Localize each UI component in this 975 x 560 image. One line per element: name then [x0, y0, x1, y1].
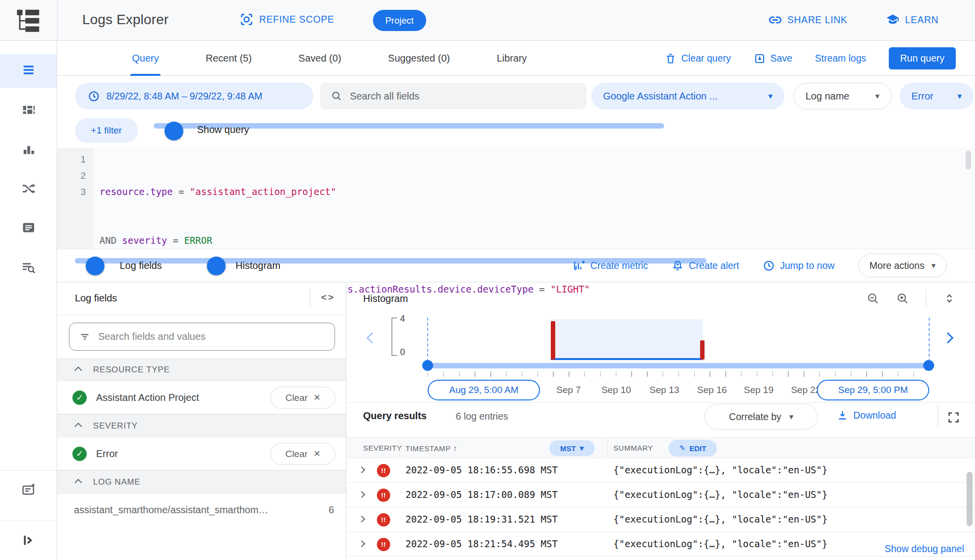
query-editor[interactable]: 1 2 3 resource.type = "assistant_action_…	[57, 148, 975, 249]
scope-icon	[240, 13, 253, 26]
zoom-in-icon[interactable]	[896, 292, 909, 305]
correlate-by-dropdown[interactable]: Correlate by ▾	[705, 404, 818, 429]
timezone-selector[interactable]: MST▾	[549, 440, 595, 456]
tab-library[interactable]: Library	[497, 41, 527, 76]
expand-chevron-icon[interactable]	[358, 540, 365, 547]
log-entry-row[interactable]: !! 2022-09-05 18:19:31.521 MST {"executi…	[346, 507, 975, 532]
log-name-row[interactable]: assistant_smarthome/assistant_smarthom… …	[57, 494, 346, 526]
log-name-count: 6	[329, 504, 334, 516]
resource-type-row[interactable]: ✓ Assistant Action Project Clear✕	[57, 382, 346, 414]
histogram-range-slider-track[interactable]	[424, 363, 934, 368]
run-query-button[interactable]: Run query	[889, 47, 956, 69]
axis-tick-label: Sep 22	[791, 385, 820, 395]
histogram-bar[interactable]	[700, 340, 705, 360]
search-all-fields-input[interactable]	[350, 91, 575, 102]
histogram-plot[interactable]	[428, 318, 929, 361]
sidebar-divider	[0, 470, 57, 471]
jump-to-now-button[interactable]: Jump to now	[763, 260, 835, 272]
tab-saved[interactable]: Saved (0)	[299, 41, 341, 76]
log-fields-toggle[interactable]	[75, 258, 102, 274]
show-debug-panel-link[interactable]: Show debug panel	[884, 543, 964, 555]
sidebar-item-logs-dashboard[interactable]	[0, 94, 57, 128]
sidebar-item-logs-router[interactable]	[0, 172, 57, 205]
sidebar-item-logs-storage[interactable]	[0, 211, 57, 244]
range-slider-handle-end[interactable]	[923, 360, 934, 371]
caret-down-icon: ▾	[957, 91, 962, 101]
section-severity[interactable]: SEVERITY	[57, 414, 346, 437]
log-timestamp: 2022-09-05 18:16:55.698 MST	[405, 464, 558, 475]
column-timestamp[interactable]: TIMESTAMP ↑	[405, 444, 457, 454]
log-entries-count: 6 log entries	[456, 411, 508, 422]
log-entry-row[interactable]: !! 2022-09-05 18:16:55.698 MST {"executi…	[346, 458, 975, 483]
section-resource-type[interactable]: RESOURCE TYPE	[57, 358, 346, 381]
vertical-scrollbar-thumb[interactable]	[967, 472, 973, 526]
section-log-name[interactable]: LOG NAME	[57, 470, 346, 494]
severity-row[interactable]: ✓ Error Clear✕	[57, 438, 346, 470]
query-tabs-bar: Query Recent (5) Saved (0) Suggested (0)…	[57, 41, 975, 76]
header-sidebar-divider	[57, 0, 58, 41]
more-actions-button[interactable]: More actions ▾	[858, 254, 947, 277]
clock-icon	[88, 90, 100, 102]
create-alert-button[interactable]: Create alert	[672, 260, 739, 272]
log-entry-row[interactable]: !! 2022-09-05 18:17:00.089 MST {"executi…	[346, 483, 975, 507]
log-entry-row[interactable]: !! 2022-09-05 18:21:54.495 MST {"executi…	[346, 532, 975, 557]
histogram-toggle[interactable]	[196, 258, 224, 274]
expand-chevron-icon[interactable]	[358, 491, 365, 498]
project-scope-badge[interactable]: Project	[373, 10, 426, 31]
stream-logs-button[interactable]: Stream logs	[815, 53, 866, 64]
range-start-pill[interactable]: Aug 29, 5:00 AM	[428, 380, 540, 400]
editor-line-numbers: 1 2 3	[57, 148, 94, 249]
log-fields-header: Log fields <>	[57, 282, 346, 315]
histogram-prev-chevron[interactable]	[367, 332, 378, 344]
share-link-button[interactable]: SHARE LINK	[769, 13, 847, 27]
code-line-2: AND severity = ERROR	[100, 232, 960, 249]
histogram-highlight-region	[551, 319, 702, 360]
refine-scope-button[interactable]: REFINE SCOPE	[240, 13, 334, 26]
severity-filter-dropdown[interactable]: Error▾	[900, 83, 974, 109]
show-query-toggle[interactable]	[154, 123, 181, 139]
query-actions: Clear query Save Stream logs Run query	[665, 41, 956, 76]
log-fields-search-input[interactable]	[98, 331, 325, 342]
fullscreen-icon[interactable]	[947, 411, 960, 424]
axis-tick-label: Sep 7	[556, 385, 581, 395]
expand-chevron-icon[interactable]	[358, 516, 365, 523]
log-timestamp: 2022-09-05 18:21:54.495 MST	[405, 538, 558, 549]
sidebar-item-logs-explorer[interactable]	[0, 54, 57, 88]
code-view-icon[interactable]: <>	[321, 292, 335, 303]
tab-recent[interactable]: Recent (5)	[205, 41, 251, 76]
histogram-bar[interactable]	[551, 321, 555, 360]
save-button[interactable]: Save	[754, 53, 792, 65]
query-results-title: Query results	[363, 410, 427, 422]
collapse-panel-icon	[22, 533, 35, 547]
expand-vertical-icon[interactable]	[943, 292, 956, 305]
clear-severity-button[interactable]: Clear✕	[270, 443, 336, 465]
resource-type-value: Assistant Action Project	[96, 392, 199, 403]
tab-suggested[interactable]: Suggested (0)	[388, 41, 450, 76]
range-end-pill[interactable]: Sep 29, 5:00 PM	[817, 380, 929, 400]
sidebar-collapse-panel-button[interactable]	[0, 524, 57, 557]
more-filters-chip[interactable]: +1 filter	[75, 118, 138, 143]
edit-summary-button[interactable]: ✎EDIT	[669, 440, 717, 457]
sidebar-item-release-notes[interactable]	[0, 473, 57, 507]
logs-explorer-logo-icon[interactable]	[15, 7, 41, 33]
time-range-chip[interactable]: 8/29/22, 8:48 AM – 9/29/22, 9:48 AM	[75, 83, 313, 109]
tab-query[interactable]: Query	[132, 41, 159, 76]
chevron-up-icon	[74, 423, 82, 430]
editor-scrollbar[interactable]	[966, 151, 971, 169]
clear-resource-type-button[interactable]: Clear✕	[270, 387, 336, 409]
histogram-next-chevron[interactable]	[942, 332, 954, 344]
header-actions: SHARE LINK LEARN	[769, 13, 939, 27]
log-name-filter-dropdown[interactable]: Log name▾	[793, 83, 892, 109]
expand-chevron-icon[interactable]	[358, 466, 365, 473]
clear-query-button[interactable]: Clear query	[665, 53, 731, 65]
link-icon	[769, 13, 782, 27]
sidebar-item-log-analytics[interactable]	[0, 251, 57, 284]
log-search-icon	[21, 260, 36, 275]
range-slider-handle-start[interactable]	[422, 360, 433, 371]
sidebar-item-log-based-metrics[interactable]	[0, 133, 57, 166]
learn-button[interactable]: LEARN	[886, 13, 939, 27]
resource-filter-dropdown[interactable]: Google Assistant Action ...▾	[591, 83, 784, 109]
create-metric-button[interactable]: Create metric	[573, 260, 648, 272]
download-button[interactable]: Download	[837, 409, 896, 421]
zoom-out-icon[interactable]	[867, 292, 879, 305]
